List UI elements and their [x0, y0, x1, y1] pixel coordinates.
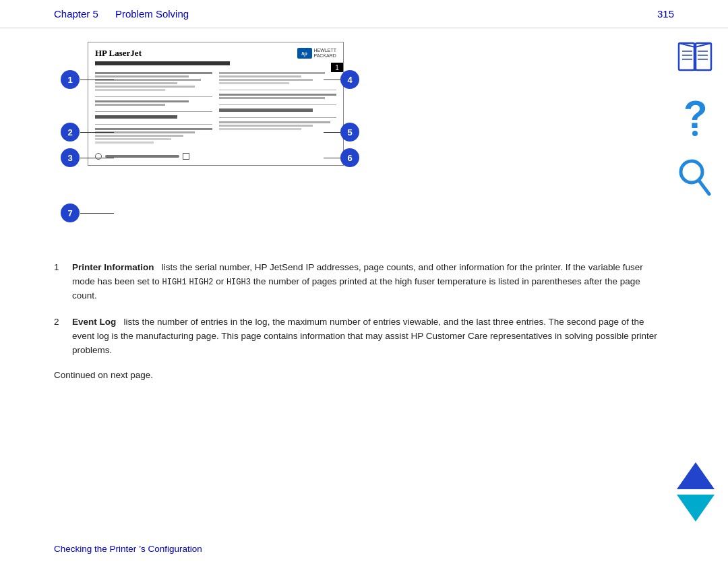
desc-num-1: 1: [54, 261, 64, 303]
section-title: Problem Solving: [115, 8, 189, 20]
progress-bar: [105, 155, 179, 158]
up-arrow[interactable]: [677, 462, 715, 489]
connector-2: [80, 132, 114, 133]
svg-point-13: [692, 131, 698, 136]
right-sidebar: ?: [675, 40, 715, 201]
connector-5: [324, 132, 340, 133]
label-4: 4: [340, 70, 359, 89]
divider2r: [219, 104, 336, 105]
connector-4: [324, 80, 340, 80]
section1-right: [219, 72, 336, 84]
svg-line-15: [699, 181, 709, 194]
navigation-arrows: [677, 462, 715, 522]
chapter-title: Chapter 5 Problem Solving: [54, 8, 189, 20]
hp-brand-area: hp HEWLETTPACKARD: [297, 48, 336, 59]
svg-text:?: ?: [684, 93, 707, 136]
label-7: 7: [61, 204, 80, 222]
connector-3: [80, 158, 114, 158]
divider2: [95, 111, 212, 112]
page-number: 315: [657, 8, 674, 20]
section4-right: [219, 121, 336, 130]
label-1: 1: [61, 70, 80, 89]
down-arrow[interactable]: [677, 495, 715, 522]
chapter-label: Chapter 5: [54, 8, 98, 20]
label-6: 6: [340, 148, 359, 167]
desc-num-2: 2: [54, 315, 64, 358]
square-icon: [183, 153, 189, 160]
section2-left: [95, 100, 212, 106]
page-number-box: 1: [331, 63, 343, 72]
hp-brand-text: HEWLETTPACKARD: [314, 48, 336, 58]
page-header: Chapter 5 Problem Solving 315: [0, 0, 728, 28]
desc-item-2: 2 Event Log lists the number of entries …: [54, 315, 661, 358]
section3-right: [219, 108, 336, 112]
section3-left: [95, 115, 212, 119]
printer-bottom-bar: [95, 153, 189, 160]
svg-rect-1: [696, 43, 711, 70]
descriptions-area: 1 Printer Information lists the serial n…: [54, 261, 661, 358]
section2-right: [219, 94, 336, 99]
right-col: [219, 71, 336, 149]
desc-text-2: Event Log lists the number of entries in…: [72, 315, 661, 358]
connector-7: [80, 213, 114, 214]
divider3: [95, 124, 212, 125]
printer-config-page: HP LaserJet hp HEWLETTPACKARD 1: [88, 42, 344, 166]
divider1: [95, 96, 212, 97]
left-content: HP LaserJet hp HEWLETTPACKARD 1: [54, 42, 674, 516]
svg-rect-0: [679, 43, 694, 70]
connector-6: [324, 158, 340, 158]
book-icon[interactable]: [675, 40, 715, 73]
connector-1: [80, 80, 114, 80]
footer-separator: ’s Configuration: [139, 544, 202, 554]
hp-laserjet-label: HP LaserJet: [95, 48, 142, 59]
search-icon[interactable]: [677, 157, 714, 201]
desc-text-1: Printer Information lists the serial num…: [72, 261, 661, 303]
circle-icon: [95, 153, 102, 160]
title-bar: [95, 61, 230, 65]
diagram-area: HP LaserJet hp HEWLETTPACKARD 1: [61, 42, 384, 251]
content-columns: [95, 71, 336, 149]
divider3r: [219, 117, 336, 118]
section1-left: [95, 72, 212, 91]
question-mark-icon[interactable]: ?: [678, 93, 712, 137]
label-2: 2: [61, 123, 80, 142]
label-3: 3: [61, 148, 80, 167]
desc-item-1: 1 Printer Information lists the serial n…: [54, 261, 661, 303]
left-col: [95, 71, 212, 149]
divider1r: [219, 90, 336, 90]
footer-link-1[interactable]: Checking the Printer: [54, 544, 136, 554]
label-5: 5: [340, 123, 359, 142]
continued-text: Continued on next page.: [54, 370, 661, 380]
hp-circle-icon: hp: [297, 48, 312, 59]
section4-left: [95, 128, 212, 144]
footer-links: Checking the Printer ’s Configuration: [54, 544, 202, 554]
main-content: HP LaserJet hp HEWLETTPACKARD 1: [0, 28, 728, 530]
